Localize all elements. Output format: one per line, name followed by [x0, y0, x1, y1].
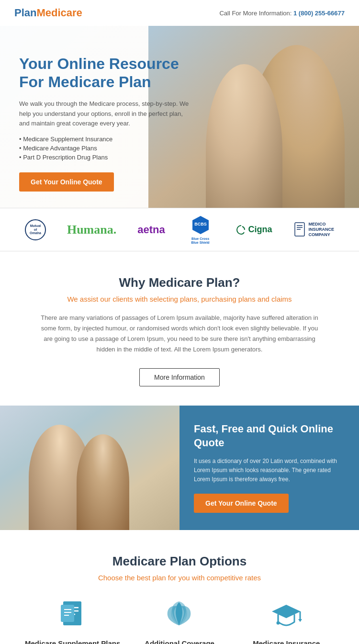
aetna-logo-text: aetna — [137, 224, 165, 236]
hero-title: Your Online Resource For Medicare Plan — [19, 55, 191, 91]
mutual-logo-circle: MutualofOmaha — [25, 219, 46, 240]
contact-label: Call For More Information: — [219, 10, 292, 17]
svg-rect-11 — [61, 605, 74, 622]
contact-phone[interactable]: 1 (800) 255-66677 — [293, 10, 345, 17]
svg-point-16 — [277, 621, 280, 625]
partner-mutual-of-omaha: MutualofOmaha — [25, 219, 46, 240]
quote-image — [0, 406, 180, 530]
quote-cta-button[interactable]: Get Your Online Quote — [194, 494, 289, 513]
supplement-title: Medicare Supplement Plans — [25, 639, 121, 644]
bcbs-text: Blue CrossBlue Shield — [186, 237, 215, 244]
why-body: There are many variations of passages of… — [38, 313, 321, 355]
partner-cigna: Cigna — [236, 219, 272, 240]
mutual-logo-text: MutualofOmaha — [30, 224, 41, 235]
svg-text:BCBS: BCBS — [194, 222, 207, 226]
hero-content: Your Online Resource For Medicare Plan W… — [19, 55, 191, 192]
options-subtitle: Choose the best plan for you with compet… — [19, 574, 340, 582]
supplement-icon — [56, 599, 90, 633]
svg-marker-15 — [272, 605, 301, 618]
quote-content: Fast, Free and Quick Online Quote It use… — [180, 406, 359, 530]
logo-medicare: Medicare — [36, 7, 82, 19]
bcbs-shield-icon: BCBS — [191, 215, 210, 235]
partner-bcbs: BCBS Blue CrossBlue Shield — [186, 219, 215, 240]
why-subtitle: We assist our clients with selecting pla… — [38, 295, 321, 303]
education-title: Medicare Insurance Education — [238, 639, 334, 644]
option-card-coverage: Additional Coverage Options Lorem Ipsum … — [132, 599, 227, 644]
header-contact: Call For More Information: 1 (800) 255-6… — [219, 10, 345, 17]
cigna-logo-text: Cigna — [248, 225, 272, 235]
quote-description: It uses a dictionary of over 20 Latin wo… — [194, 457, 345, 485]
option-card-education: Medicare Insurance Education Lorem Ipsum… — [238, 599, 334, 644]
education-icon — [269, 599, 303, 633]
education-icon — [269, 599, 303, 633]
logo[interactable]: PlanMedicare — [14, 7, 82, 19]
coverage-title: Additional Coverage Options — [132, 639, 227, 644]
more-information-button[interactable]: More Information — [139, 368, 220, 386]
medico-icon — [293, 222, 306, 237]
hero-description: We walk you through the Medicare process… — [19, 99, 191, 129]
quote-title: Fast, Free and Quick Online Quote — [194, 422, 345, 450]
options-grid: Medicare Supplement Plans Lorem Ipsum is… — [19, 599, 340, 644]
hero-list: Medicare Supplement Insurance Medicare A… — [19, 136, 191, 161]
hero-cta-button[interactable]: Get Your Online Quote — [19, 172, 114, 192]
partner-humana: Humana. — [67, 219, 116, 240]
partner-medico: MEDICOINSURANCECOMPANY — [293, 219, 334, 240]
hero-list-item-3: Part D Prescription Drug Plans — [19, 154, 191, 161]
hero-list-item-1: Medicare Supplement Insurance — [19, 136, 191, 143]
humana-logo-text: Humana. — [67, 223, 116, 237]
why-section: Why Medicare Plan? We assist our clients… — [0, 251, 359, 406]
options-section: Medicare Plan Options Choose the best pl… — [0, 530, 359, 644]
coverage-icon — [163, 599, 196, 633]
coverage-options-icon — [164, 599, 195, 633]
supplement-plans-icon — [58, 599, 87, 633]
option-card-supplement: Medicare Supplement Plans Lorem Ipsum is… — [25, 599, 121, 644]
hero-section: Your Online Resource For Medicare Plan W… — [0, 26, 359, 208]
logo-plan: Plan — [14, 7, 36, 19]
why-title: Why Medicare Plan? — [38, 275, 321, 290]
medico-logo-text: MEDICOINSURANCECOMPANY — [308, 222, 334, 237]
options-title: Medicare Plan Options — [19, 554, 340, 569]
hero-list-item-2: Medicare Advantage Plans — [19, 145, 191, 152]
quote-section: Fast, Free and Quick Online Quote It use… — [0, 406, 359, 530]
partners-section: MutualofOmaha Humana. aetna BCBS Blue Cr… — [0, 208, 359, 251]
cigna-icon — [236, 225, 247, 235]
svg-marker-18 — [298, 619, 302, 622]
site-header: PlanMedicare Call For More Information: … — [0, 0, 359, 26]
partner-aetna: aetna — [137, 219, 165, 240]
